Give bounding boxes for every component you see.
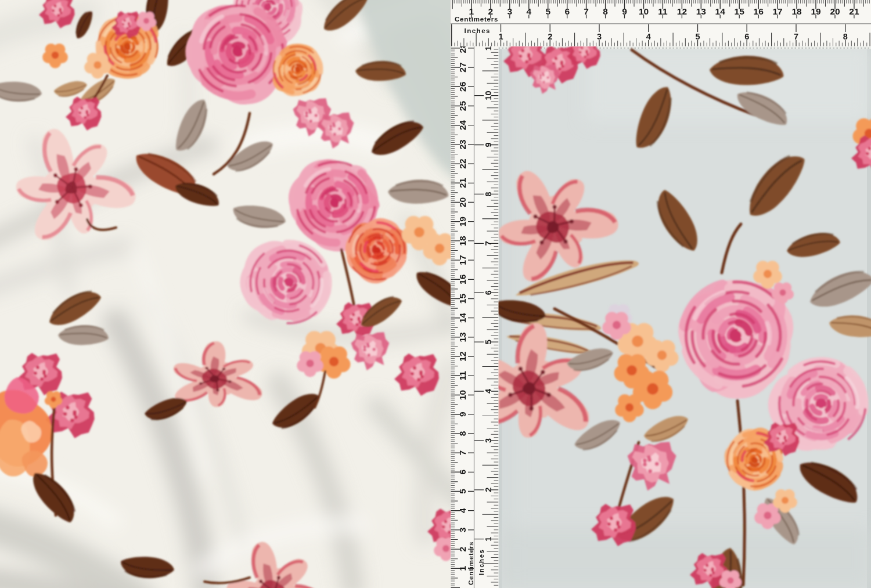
svg-text:1: 1	[484, 537, 493, 542]
svg-text:1: 1	[469, 6, 474, 16]
svg-text:10: 10	[639, 6, 649, 16]
svg-text:8: 8	[603, 6, 608, 16]
svg-text:9: 9	[458, 412, 467, 417]
svg-text:13: 13	[696, 6, 707, 16]
svg-text:7: 7	[794, 32, 798, 41]
svg-text:16: 16	[754, 6, 764, 16]
svg-text:15: 15	[458, 294, 467, 304]
svg-text:6: 6	[484, 290, 493, 295]
svg-text:11: 11	[458, 371, 467, 381]
svg-text:5: 5	[484, 340, 493, 344]
svg-text:12: 12	[458, 351, 467, 361]
svg-text:8: 8	[843, 32, 848, 41]
svg-text:1: 1	[498, 32, 503, 41]
svg-text:3: 3	[458, 527, 467, 532]
svg-text:3: 3	[597, 32, 602, 41]
svg-text:18: 18	[791, 6, 802, 16]
svg-text:11: 11	[658, 6, 668, 16]
svg-text:15: 15	[735, 6, 745, 16]
svg-text:12: 12	[677, 6, 687, 16]
svg-text:21: 21	[849, 6, 859, 16]
svg-text:6: 6	[458, 470, 467, 475]
svg-text:6: 6	[564, 6, 570, 16]
svg-text:Inches: Inches	[465, 27, 491, 34]
svg-text:20: 20	[458, 197, 467, 207]
svg-text:20: 20	[830, 6, 840, 16]
svg-text:8: 8	[458, 431, 467, 436]
svg-text:13: 13	[458, 332, 467, 342]
svg-text:25: 25	[458, 101, 467, 111]
svg-text:8: 8	[484, 192, 493, 196]
svg-text:2: 2	[548, 32, 552, 41]
svg-text:7: 7	[584, 6, 589, 16]
svg-text:1: 1	[458, 566, 467, 571]
svg-text:Centimeters: Centimeters	[455, 16, 498, 23]
svg-text:Centimeters: Centimeters	[467, 542, 474, 585]
svg-text:4: 4	[526, 6, 531, 16]
svg-text:2: 2	[488, 6, 494, 16]
svg-text:5: 5	[695, 32, 700, 41]
svg-text:4: 4	[646, 32, 651, 41]
svg-text:3: 3	[484, 438, 493, 443]
svg-text:Inches: Inches	[478, 549, 485, 575]
svg-text:23: 23	[458, 139, 467, 150]
svg-text:2: 2	[458, 547, 467, 552]
svg-text:14: 14	[458, 313, 467, 323]
svg-text:10: 10	[484, 91, 493, 100]
svg-text:14: 14	[715, 6, 726, 16]
svg-text:7: 7	[458, 450, 467, 456]
svg-text:19: 19	[811, 6, 821, 16]
svg-text:5: 5	[545, 6, 550, 16]
svg-text:9: 9	[622, 6, 627, 16]
svg-text:10: 10	[458, 390, 467, 400]
svg-text:18: 18	[458, 236, 467, 246]
svg-text:6: 6	[744, 32, 749, 41]
svg-text:17: 17	[772, 6, 782, 16]
svg-text:16: 16	[458, 274, 467, 284]
svg-text:24: 24	[458, 120, 467, 131]
svg-text:9: 9	[484, 142, 493, 147]
svg-text:2: 2	[484, 488, 493, 492]
svg-text:17: 17	[458, 255, 467, 265]
svg-text:27: 27	[458, 62, 467, 72]
svg-text:4: 4	[458, 508, 467, 513]
svg-text:5: 5	[458, 489, 467, 494]
svg-text:21: 21	[458, 178, 467, 188]
svg-text:3: 3	[507, 6, 512, 16]
svg-text:19: 19	[458, 217, 467, 227]
svg-text:22: 22	[458, 158, 467, 168]
svg-text:4: 4	[484, 389, 493, 394]
svg-text:26: 26	[458, 81, 467, 92]
svg-text:7: 7	[484, 241, 493, 246]
